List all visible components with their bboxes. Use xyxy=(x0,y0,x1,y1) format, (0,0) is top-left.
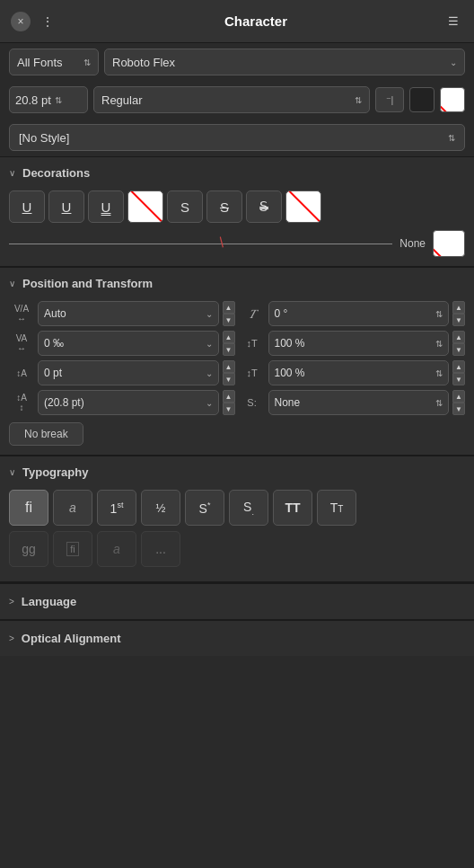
strikethrough-double-button[interactable]: S̶ xyxy=(246,190,282,223)
all-caps-button[interactable]: TT xyxy=(273,490,312,526)
rotation-select[interactable]: 0 ° ⇅ xyxy=(268,301,450,326)
hscale-icon: ↕T xyxy=(240,338,265,349)
typography-row2: gg fi a ... xyxy=(9,531,465,567)
hscale-down-button[interactable]: ▼ xyxy=(452,343,465,356)
leading-up-button[interactable]: ▲ xyxy=(223,390,235,403)
chevron-up-down-icon: ⇅ xyxy=(435,339,443,349)
stylistic-alt-button[interactable]: S. xyxy=(229,490,268,526)
skew-down-button[interactable]: ▼ xyxy=(452,403,465,415)
vscale-up-button[interactable]: ▲ xyxy=(452,360,465,373)
strikethrough-none-button[interactable]: S xyxy=(167,190,203,223)
panel-header: × ⋮ Character ☰ xyxy=(0,0,474,43)
tracking-stepper[interactable]: ▲ ▼ xyxy=(223,331,235,356)
kerning-down-button[interactable]: ▼ xyxy=(223,314,235,326)
kerning-stepper[interactable]: ▲ ▼ xyxy=(223,301,235,326)
kerning-up-button[interactable]: ▲ xyxy=(223,301,235,314)
italic-alternate-button[interactable]: a xyxy=(53,490,92,526)
no-break-row: No break xyxy=(9,422,465,446)
stroke-color-swatch[interactable] xyxy=(440,87,465,112)
chevron-down-icon: ⌄ xyxy=(206,309,213,319)
language-title: Language xyxy=(22,595,76,608)
tracking-select[interactable]: 0 ‰ ⌄ xyxy=(38,331,219,356)
close-button[interactable]: × xyxy=(11,12,31,31)
dots-icon: ⋮ xyxy=(41,14,54,29)
typography-section-header[interactable]: ∨ Typography xyxy=(0,456,474,484)
hscale-select[interactable]: 100 % ⇅ xyxy=(268,331,450,356)
skew-up-button[interactable]: ▲ xyxy=(452,390,465,403)
swash-button[interactable]: a xyxy=(97,531,136,567)
baseline-row: ↕A 0 pt ⌄ ▲ ▼ xyxy=(9,360,235,385)
baseline-down-button[interactable]: ▼ xyxy=(223,373,235,385)
baseline-up-button[interactable]: ▲ xyxy=(223,360,235,373)
no-break-button[interactable]: No break xyxy=(9,422,83,446)
contextual-alternates-button[interactable]: gg xyxy=(9,531,48,567)
rotation-stepper[interactable]: ▲ ▼ xyxy=(452,301,465,326)
more-typography-button[interactable]: ... xyxy=(141,531,180,567)
underline-none-button[interactable]: U xyxy=(9,190,45,223)
ligature-fi-button[interactable]: fi xyxy=(9,490,48,526)
baseline-stepper[interactable]: ▲ ▼ xyxy=(223,360,235,385)
leading-icon: ↕A↕ xyxy=(9,393,34,412)
underline-single-button[interactable]: U xyxy=(48,190,84,223)
ordinal-button[interactable]: 1st xyxy=(97,490,136,526)
discretionary-ligatures-button[interactable]: fi xyxy=(53,531,92,567)
dots-button[interactable]: ⋮ xyxy=(38,12,57,31)
strikethrough-color-swatch[interactable] xyxy=(285,190,321,223)
metrics-icon: ⁻| xyxy=(386,94,394,106)
underline-preview: / xyxy=(9,244,392,244)
chevron-down-icon: ⌄ xyxy=(450,58,457,67)
language-section-header[interactable]: > Language xyxy=(0,583,474,619)
tracking-icon: VA↔ xyxy=(9,333,34,353)
chevron-down-icon: ⌄ xyxy=(206,398,213,408)
vscale-stepper[interactable]: ▲ ▼ xyxy=(452,360,465,385)
vscale-down-button[interactable]: ▼ xyxy=(452,373,465,385)
hscale-stepper[interactable]: ▲ ▼ xyxy=(452,331,465,356)
tracking-down-button[interactable]: ▼ xyxy=(223,343,235,356)
kerning-row: V/A↔ Auto ⌄ ▲ ▼ xyxy=(9,301,235,326)
leading-down-button[interactable]: ▼ xyxy=(223,403,235,415)
skew-select[interactable]: None ⇅ xyxy=(268,390,450,415)
baseline-icon: ↕A xyxy=(9,368,34,378)
strikethrough-single-button[interactable]: S xyxy=(206,190,242,223)
text-color-swatch[interactable] xyxy=(409,87,434,112)
chevron-up-down-icon: ⇅ xyxy=(448,133,455,143)
font-size-select[interactable]: 20.8 pt ⇅ xyxy=(9,86,88,113)
no-style-row: [No Style] ⇅ xyxy=(0,119,474,156)
optical-section-header[interactable]: > Optical Alignment xyxy=(0,620,474,656)
rotation-up-button[interactable]: ▲ xyxy=(452,301,465,314)
underline-double-button[interactable]: U xyxy=(88,190,124,223)
decoration-buttons-row: U U U S S S̶ xyxy=(9,190,465,223)
leading-select[interactable]: (20.8 pt) ⌄ xyxy=(38,390,219,415)
font-family-select[interactable]: Roboto Flex ⌄ xyxy=(104,49,465,75)
leading-stepper[interactable]: ▲ ▼ xyxy=(223,390,235,415)
chevron-down-icon: ∨ xyxy=(9,279,15,288)
font-style-select[interactable]: Regular ⇅ xyxy=(93,86,370,113)
kerning-select[interactable]: Auto ⌄ xyxy=(38,301,219,326)
vscale-select[interactable]: 100 % ⇅ xyxy=(268,360,450,385)
small-caps-button[interactable]: TT xyxy=(317,490,356,526)
font-filter-select[interactable]: All Fonts ⇅ xyxy=(9,49,99,75)
paragraph-style-select[interactable]: [No Style] ⇅ xyxy=(9,124,465,151)
underline-style-color[interactable] xyxy=(433,230,465,257)
stylistic-set-button[interactable]: S* xyxy=(185,490,224,526)
chevron-up-down-icon: ⇅ xyxy=(55,95,62,105)
skew-stepper[interactable]: ▲ ▼ xyxy=(452,390,465,415)
close-icon: × xyxy=(17,15,23,28)
vscale-icon: ↕T xyxy=(240,368,265,378)
metrics-button[interactable]: ⁻| xyxy=(375,87,404,112)
tracking-up-button[interactable]: ▲ xyxy=(223,331,235,343)
menu-button[interactable]: ☰ xyxy=(443,12,463,31)
rotation-down-button[interactable]: ▼ xyxy=(452,314,465,326)
hscale-up-button[interactable]: ▲ xyxy=(452,331,465,343)
underline-arrow-icon: / xyxy=(216,235,228,251)
decorations-section-header[interactable]: ∨ Decorations xyxy=(0,157,474,185)
font-family-row: All Fonts ⇅ Roboto Flex ⌄ xyxy=(0,43,474,81)
baseline-select[interactable]: 0 pt ⌄ xyxy=(38,360,219,385)
fraction-button[interactable]: ½ xyxy=(141,490,180,526)
underline-color-swatch[interactable] xyxy=(127,190,163,223)
underline-style-row: / None xyxy=(9,230,465,257)
position-section-header[interactable]: ∨ Position and Transform xyxy=(0,268,474,296)
typography-title: Typography xyxy=(22,465,88,479)
transform-panel: V/A↔ Auto ⌄ ▲ ▼ 𝑇 0 ° ⇅ ▲ ▼ VA↔ xyxy=(0,296,474,456)
hscale-row: ↕T 100 % ⇅ ▲ ▼ xyxy=(240,331,466,356)
